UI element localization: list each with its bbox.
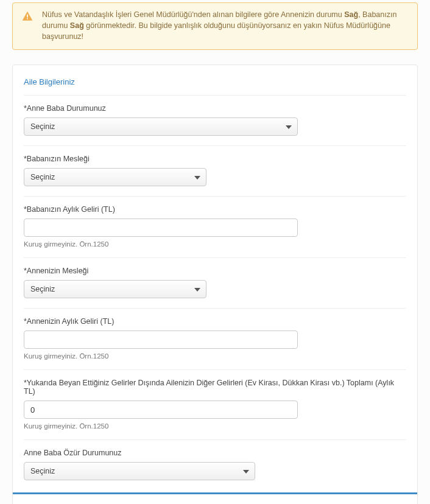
select-parents-status[interactable]: Seçiniz [24, 117, 298, 136]
field-mother-job: *Annenizin Mesleği Seçiniz [24, 257, 406, 308]
label-other-income: *Yukarıda Beyan Ettiğiniz Gelirler Dışın… [24, 379, 406, 396]
family-info-panel: Aile Bilgileriniz *Anne Baba Durumunuz S… [12, 65, 418, 504]
field-disability: Anne Baba Özür Durumunuz Seçiniz [24, 439, 406, 490]
field-parents-status: *Anne Baba Durumunuz Seçiniz [24, 95, 406, 145]
label-father-income: *Babanızın Aylık Geliri (TL) [24, 205, 406, 214]
warning-icon [21, 10, 33, 23]
select-mother-job[interactable]: Seçiniz [24, 280, 206, 298]
button-row: Devam Et [24, 494, 406, 504]
svg-rect-0 [27, 15, 28, 18]
label-father-job: *Babanızın Mesleği [24, 155, 406, 163]
label-mother-income: *Annenizin Aylık Geliri (TL) [24, 317, 406, 326]
label-parents-status: *Anne Baba Durumunuz [24, 104, 406, 113]
field-other-income: *Yukarıda Beyan Ettiğiniz Gelirler Dışın… [24, 369, 406, 439]
warning-message: Nüfus ve Vatandaşlık İşleri Genel Müdürl… [42, 9, 409, 42]
field-father-job: *Babanızın Mesleği Seçiniz [24, 145, 406, 196]
help-other-income: Kuruş girmeyiniz. Örn.1250 [24, 422, 406, 430]
section-title: Aile Bilgileriniz [24, 74, 406, 95]
label-disability: Anne Baba Özür Durumunuz [24, 449, 406, 457]
help-father-income: Kuruş girmeyiniz. Örn.1250 [24, 240, 406, 248]
select-father-job[interactable]: Seçiniz [24, 168, 206, 186]
field-mother-income: *Annenizin Aylık Geliri (TL) Kuruş girme… [24, 308, 406, 369]
input-other-income[interactable] [24, 401, 298, 419]
field-father-income: *Babanızın Aylık Geliri (TL) Kuruş girme… [24, 196, 406, 257]
input-mother-income[interactable] [24, 331, 298, 349]
input-father-income[interactable] [24, 219, 298, 237]
help-mother-income: Kuruş girmeyiniz. Örn.1250 [24, 352, 406, 360]
select-disability[interactable]: Seçiniz [24, 462, 255, 480]
warning-alert: Nüfus ve Vatandaşlık İşleri Genel Müdürl… [12, 2, 418, 50]
svg-rect-1 [27, 18, 28, 19]
label-mother-job: *Annenizin Mesleği [24, 267, 406, 275]
